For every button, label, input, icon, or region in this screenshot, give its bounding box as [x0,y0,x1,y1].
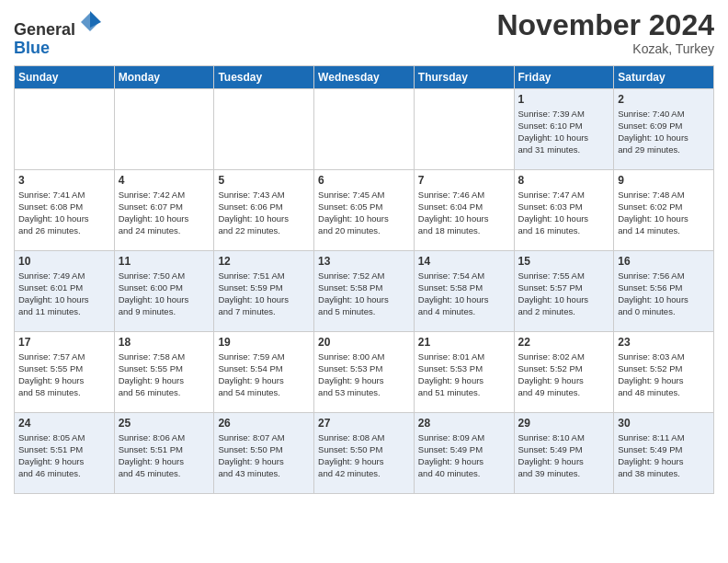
day-info: Sunrise: 7:59 AM Sunset: 5:54 PM Dayligh… [218,350,310,399]
day-cell: 21Sunrise: 8:01 AM Sunset: 5:53 PM Dayli… [414,331,514,412]
weekday-header-wednesday: Wednesday [314,65,415,88]
day-info: Sunrise: 7:48 AM Sunset: 6:02 PM Dayligh… [618,189,710,237]
day-number: 1 [518,93,610,106]
day-cell: 26Sunrise: 8:07 AM Sunset: 5:50 PM Dayli… [214,412,314,493]
day-number: 14 [418,255,510,268]
day-number: 21 [418,336,510,349]
day-number: 24 [18,417,110,430]
day-cell: 12Sunrise: 7:51 AM Sunset: 5:59 PM Dayli… [214,250,314,331]
day-info: Sunrise: 7:47 AM Sunset: 6:03 PM Dayligh… [518,189,610,237]
day-number: 15 [518,255,610,268]
day-cell [214,88,314,169]
day-cell [314,88,415,169]
week-row-2: 3Sunrise: 7:41 AM Sunset: 6:08 PM Daylig… [15,169,714,250]
day-number: 29 [518,417,610,430]
day-cell [114,88,214,169]
day-cell: 4Sunrise: 7:42 AM Sunset: 6:07 PM Daylig… [114,169,214,250]
calendar: SundayMondayTuesdayWednesdayThursdayFrid… [14,65,714,494]
day-info: Sunrise: 8:05 AM Sunset: 5:51 PM Dayligh… [18,431,110,480]
day-cell: 29Sunrise: 8:10 AM Sunset: 5:49 PM Dayli… [514,412,614,493]
day-number: 9 [618,174,710,187]
week-row-4: 17Sunrise: 7:57 AM Sunset: 5:55 PM Dayli… [15,331,714,412]
day-cell: 25Sunrise: 8:06 AM Sunset: 5:51 PM Dayli… [114,412,214,493]
weekday-header-row: SundayMondayTuesdayWednesdayThursdayFrid… [15,65,714,88]
logo-icon [77,9,103,35]
day-cell [15,88,115,169]
day-info: Sunrise: 8:06 AM Sunset: 5:51 PM Dayligh… [119,431,210,480]
day-info: Sunrise: 7:58 AM Sunset: 5:55 PM Dayligh… [119,350,210,399]
day-number: 16 [618,255,710,268]
day-cell: 24Sunrise: 8:05 AM Sunset: 5:51 PM Dayli… [15,412,115,493]
day-number: 18 [119,336,210,349]
weekday-header-monday: Monday [114,65,214,88]
day-info: Sunrise: 7:54 AM Sunset: 5:58 PM Dayligh… [418,270,510,318]
day-cell: 5Sunrise: 7:43 AM Sunset: 6:06 PM Daylig… [214,169,314,250]
day-number: 17 [18,336,110,349]
day-info: Sunrise: 7:40 AM Sunset: 6:09 PM Dayligh… [618,108,710,156]
day-number: 10 [18,255,110,268]
day-number: 4 [119,174,210,187]
day-cell: 14Sunrise: 7:54 AM Sunset: 5:58 PM Dayli… [414,250,514,331]
header: General Blue November 2024 Kozak, Turkey [14,9,714,58]
day-number: 25 [119,417,210,430]
day-cell: 1Sunrise: 7:39 AM Sunset: 6:10 PM Daylig… [514,88,614,169]
day-number: 13 [318,255,410,268]
day-number: 12 [218,255,310,268]
day-cell: 19Sunrise: 7:59 AM Sunset: 5:54 PM Dayli… [214,331,314,412]
day-cell: 11Sunrise: 7:50 AM Sunset: 6:00 PM Dayli… [114,250,214,331]
day-number: 20 [318,336,410,349]
day-number: 11 [119,255,210,268]
day-cell: 7Sunrise: 7:46 AM Sunset: 6:04 PM Daylig… [414,169,514,250]
day-number: 7 [418,174,510,187]
logo: General Blue [14,9,103,58]
logo-general: General [14,20,75,39]
day-info: Sunrise: 7:43 AM Sunset: 6:06 PM Dayligh… [218,189,310,237]
month-title: November 2024 [496,9,714,41]
day-info: Sunrise: 7:41 AM Sunset: 6:08 PM Dayligh… [18,189,110,237]
day-info: Sunrise: 7:57 AM Sunset: 5:55 PM Dayligh… [18,350,110,399]
day-info: Sunrise: 8:08 AM Sunset: 5:50 PM Dayligh… [318,431,410,480]
week-row-1: 1Sunrise: 7:39 AM Sunset: 6:10 PM Daylig… [15,88,714,169]
day-number: 28 [418,417,510,430]
day-info: Sunrise: 8:07 AM Sunset: 5:50 PM Dayligh… [218,431,310,480]
day-info: Sunrise: 8:03 AM Sunset: 5:52 PM Dayligh… [618,350,710,399]
day-number: 2 [618,93,710,106]
day-cell: 8Sunrise: 7:47 AM Sunset: 6:03 PM Daylig… [514,169,614,250]
day-number: 3 [18,174,110,187]
day-info: Sunrise: 8:02 AM Sunset: 5:52 PM Dayligh… [518,350,610,399]
week-row-3: 10Sunrise: 7:49 AM Sunset: 6:01 PM Dayli… [15,250,714,331]
day-info: Sunrise: 8:01 AM Sunset: 5:53 PM Dayligh… [418,350,510,399]
day-cell: 2Sunrise: 7:40 AM Sunset: 6:09 PM Daylig… [614,88,714,169]
day-cell: 3Sunrise: 7:41 AM Sunset: 6:08 PM Daylig… [15,169,115,250]
week-row-5: 24Sunrise: 8:05 AM Sunset: 5:51 PM Dayli… [15,412,714,493]
day-cell: 22Sunrise: 8:02 AM Sunset: 5:52 PM Dayli… [514,331,614,412]
location-subtitle: Kozak, Turkey [496,41,714,56]
day-info: Sunrise: 8:10 AM Sunset: 5:49 PM Dayligh… [518,431,610,480]
day-number: 6 [318,174,410,187]
day-cell: 16Sunrise: 7:56 AM Sunset: 5:56 PM Dayli… [614,250,714,331]
day-number: 27 [318,417,410,430]
weekday-header-tuesday: Tuesday [214,65,314,88]
day-number: 30 [618,417,710,430]
day-info: Sunrise: 7:55 AM Sunset: 5:57 PM Dayligh… [518,270,610,318]
day-info: Sunrise: 7:46 AM Sunset: 6:04 PM Dayligh… [418,189,510,237]
day-info: Sunrise: 7:56 AM Sunset: 5:56 PM Dayligh… [618,270,710,318]
day-cell: 10Sunrise: 7:49 AM Sunset: 6:01 PM Dayli… [15,250,115,331]
day-cell: 27Sunrise: 8:08 AM Sunset: 5:50 PM Dayli… [314,412,415,493]
day-info: Sunrise: 7:51 AM Sunset: 5:59 PM Dayligh… [218,270,310,318]
day-cell: 20Sunrise: 8:00 AM Sunset: 5:53 PM Dayli… [314,331,415,412]
weekday-header-thursday: Thursday [414,65,514,88]
day-cell: 18Sunrise: 7:58 AM Sunset: 5:55 PM Dayli… [114,331,214,412]
day-info: Sunrise: 8:11 AM Sunset: 5:49 PM Dayligh… [618,431,710,480]
title-block: November 2024 Kozak, Turkey [496,9,714,56]
day-number: 5 [218,174,310,187]
day-number: 26 [218,417,310,430]
day-number: 22 [518,336,610,349]
weekday-header-saturday: Saturday [614,65,714,88]
day-cell: 15Sunrise: 7:55 AM Sunset: 5:57 PM Dayli… [514,250,614,331]
day-cell [414,88,514,169]
logo-blue: Blue [14,39,50,57]
day-info: Sunrise: 7:52 AM Sunset: 5:58 PM Dayligh… [318,270,410,318]
weekday-header-friday: Friday [514,65,614,88]
day-cell: 9Sunrise: 7:48 AM Sunset: 6:02 PM Daylig… [614,169,714,250]
